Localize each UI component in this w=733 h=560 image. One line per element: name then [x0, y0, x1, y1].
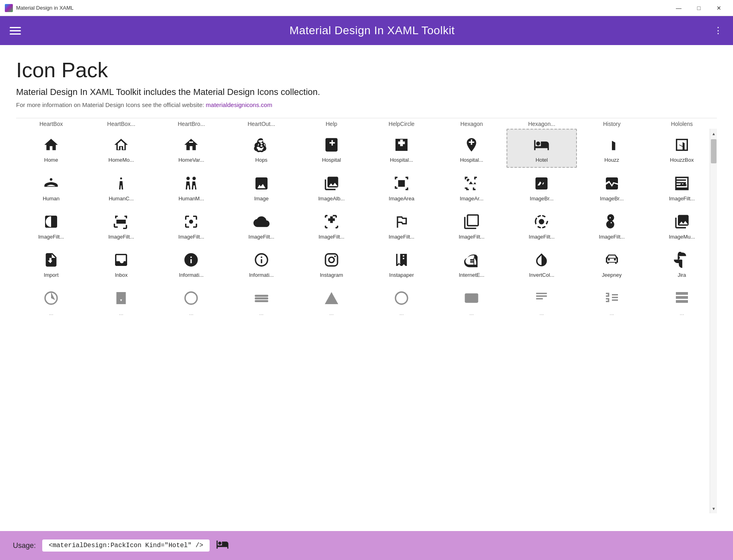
icon-houzz[interactable]: Houzz: [577, 129, 647, 168]
import-icon: [41, 250, 61, 270]
icon-label: ImageFilt...: [319, 234, 344, 240]
icon-hotel[interactable]: Hotel: [507, 129, 577, 168]
internetexplorer-icon: [462, 250, 481, 270]
icon-instapaper[interactable]: Instapaper: [366, 244, 437, 282]
usage-label: Usage:: [13, 541, 36, 550]
menu-button[interactable]: [10, 27, 21, 35]
icon-partial7[interactable]: ...: [437, 282, 507, 321]
icon-partial4[interactable]: ...: [226, 282, 296, 321]
icon-label: Informati...: [179, 272, 204, 278]
header-cell: Hexagon...: [507, 118, 577, 129]
window-controls: — □ ✕: [669, 2, 728, 14]
information-icon: [181, 250, 201, 270]
icon-invertcolors[interactable]: InvertCol...: [507, 244, 577, 282]
minimize-button[interactable]: —: [669, 2, 688, 14]
icon-imagemultiple[interactable]: ImageMu...: [647, 206, 717, 244]
icon-imagealbum[interactable]: ImageAlb...: [296, 168, 366, 206]
icon-label: HouzzBox: [670, 157, 694, 163]
icon-imagefiltercloud[interactable]: ImageFilt...: [226, 206, 296, 244]
icon-label: Import: [44, 272, 59, 278]
icon-imagefilter[interactable]: ImageFilt...: [647, 168, 717, 206]
mdi-link[interactable]: materialdesignicons.com: [206, 101, 272, 108]
header-cell: Hexagon: [437, 118, 507, 129]
icon-imagefilterhdr[interactable]: ImageFilt...: [366, 206, 437, 244]
icon-imagefiltervintage[interactable]: ImageFilt...: [577, 206, 647, 244]
icon-partial3[interactable]: ...: [156, 282, 226, 321]
icon-partial10[interactable]: ...: [647, 282, 717, 321]
scroll-up-button[interactable]: ▲: [710, 129, 717, 138]
icon-partial6[interactable]: ...: [366, 282, 437, 321]
scroll-down-button[interactable]: ▼: [710, 504, 717, 513]
page-title: Icon Pack: [16, 58, 717, 82]
svg-rect-5: [465, 293, 478, 303]
app-bar: Material Design In XAML Toolkit ⋮: [0, 16, 733, 45]
icon-label: ...: [189, 310, 194, 316]
icon-label: Jeepney: [602, 272, 622, 278]
icon-partial1[interactable]: ...: [16, 282, 86, 321]
scrollbar-thumb[interactable]: [711, 139, 717, 163]
jira-icon: [672, 250, 692, 270]
icon-hospitalmarker[interactable]: Hospital...: [437, 129, 507, 168]
icon-instagram[interactable]: Instagram: [296, 244, 366, 282]
icon-label: ...: [679, 310, 684, 316]
icon-imagebrokenv[interactable]: ImageBr...: [577, 168, 647, 206]
icon-partial9[interactable]: ...: [577, 282, 647, 321]
icon-grid-container: Home HomeMo... HomeVar...: [16, 129, 717, 513]
icon-label: ...: [399, 310, 404, 316]
informationoutline-icon: [252, 250, 271, 270]
icon-internetexplorer[interactable]: InternetE...: [437, 244, 507, 282]
partial2-icon: [111, 288, 131, 308]
icon-label: ImageAlb...: [318, 196, 345, 202]
humanchild-icon: [111, 174, 131, 193]
icon-imagefiltertiltshift[interactable]: ImageFilt...: [507, 206, 577, 244]
icon-humanchild[interactable]: HumanC...: [86, 168, 156, 206]
icon-import[interactable]: Import: [16, 244, 86, 282]
icon-imagefilternone[interactable]: ImageFilt...: [437, 206, 507, 244]
app-icon: [5, 4, 13, 12]
header-cell: HeartBro...: [156, 118, 226, 129]
icon-imagefilterframes[interactable]: ImageFilt...: [296, 206, 366, 244]
icon-imagefilterbw[interactable]: ImageFilt...: [16, 206, 86, 244]
icon-partial5[interactable]: ...: [296, 282, 366, 321]
icon-imageareaclose[interactable]: ImageAr...: [437, 168, 507, 206]
close-button[interactable]: ✕: [710, 2, 728, 14]
partial5-icon: [322, 288, 341, 308]
icon-imagearea[interactable]: ImageArea: [366, 168, 437, 206]
icon-label: ...: [539, 310, 544, 316]
icon-human[interactable]: Human: [16, 168, 86, 206]
icon-informationoutline[interactable]: Informati...: [226, 244, 296, 282]
imagebrokenv-icon: [602, 174, 622, 193]
header-cell: HeartBox: [16, 118, 86, 129]
more-button[interactable]: ⋮: [714, 25, 723, 36]
icon-imagebroken[interactable]: ImageBr...: [507, 168, 577, 206]
icon-label: Informati...: [249, 272, 274, 278]
icon-houzzbox[interactable]: HouzzBox: [647, 129, 717, 168]
usage-bar: Usage: <materialDesign:PackIcon Kind="Ho…: [0, 531, 733, 560]
icon-inbox[interactable]: Inbox: [86, 244, 156, 282]
maximize-button[interactable]: □: [690, 2, 708, 14]
icon-homemod[interactable]: HomeMo...: [86, 129, 156, 168]
hops-icon: [252, 135, 271, 154]
icon-hospital[interactable]: Hospital: [296, 129, 366, 168]
icon-humanmale[interactable]: HumanM...: [156, 168, 226, 206]
icon-hospitalbox[interactable]: Hospital...: [366, 129, 437, 168]
icon-partial8[interactable]: ...: [507, 282, 577, 321]
icon-home[interactable]: Home: [16, 129, 86, 168]
icon-imagefiltercenter[interactable]: ImageFilt...: [86, 206, 156, 244]
icon-information[interactable]: Informati...: [156, 244, 226, 282]
icon-hops[interactable]: Hops: [226, 129, 296, 168]
icon-homevar[interactable]: HomeVar...: [156, 129, 226, 168]
partial3-icon: [181, 288, 201, 308]
instapaper-icon: [392, 250, 411, 270]
header-cell: HeartBox...: [86, 118, 156, 129]
imagebroken-icon: [532, 174, 551, 193]
title-bar-text: Material Design in XAML: [16, 5, 669, 11]
icon-imagefiltercenterfocus[interactable]: ImageFilt...: [156, 206, 226, 244]
icon-jeepney[interactable]: Jeepney: [577, 244, 647, 282]
icon-jira[interactable]: Jira: [647, 244, 717, 282]
icon-label: Hospital: [322, 157, 341, 163]
icon-label: ImageFilt...: [599, 234, 625, 240]
header-cell: History: [577, 118, 647, 129]
icon-partial2[interactable]: ...: [86, 282, 156, 321]
icon-image[interactable]: Image: [226, 168, 296, 206]
